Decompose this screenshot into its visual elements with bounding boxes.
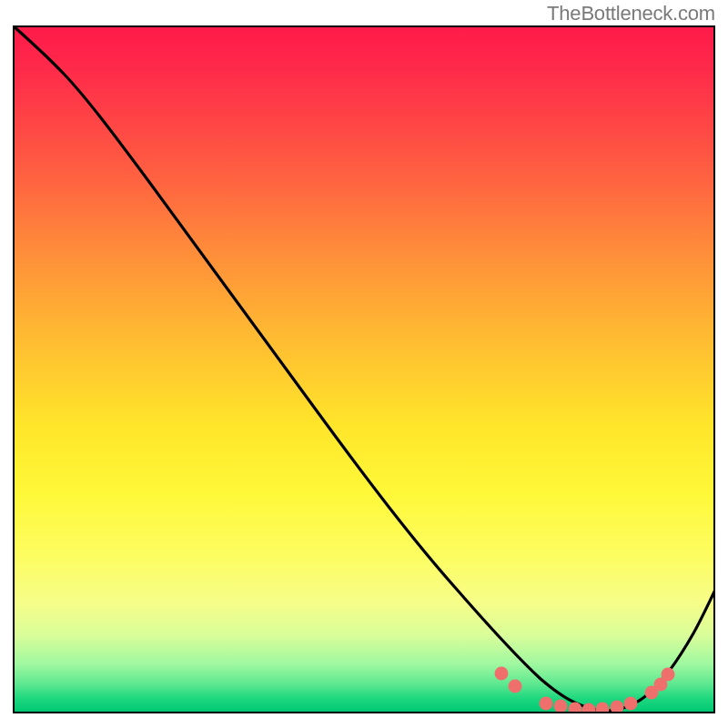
dot [554,700,568,713]
dot [611,701,624,714]
watermark-text: TheBottleneck.com [547,2,715,25]
dot [582,703,596,714]
dot [495,667,509,681]
dot [509,680,522,693]
dot [540,697,553,711]
dot [662,668,675,682]
bottleneck-curve [13,25,715,711]
dot [624,697,638,711]
marker-dots [495,667,675,714]
chart-container: TheBottleneck.com [0,0,728,728]
curve-layer [13,25,715,713]
plot-area [13,25,715,713]
dot [596,703,610,714]
